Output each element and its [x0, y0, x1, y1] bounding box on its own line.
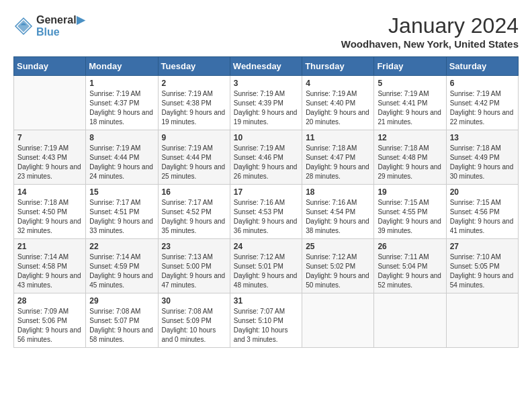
day-number: 20	[450, 187, 515, 197]
calendar-cell: 11Sunrise: 7:18 AMSunset: 4:47 PMDayligh…	[302, 130, 374, 185]
day-info: Sunrise: 7:18 AMSunset: 4:48 PMDaylight:…	[378, 144, 442, 181]
weekday-header-friday: Friday	[374, 57, 446, 76]
day-number: 14	[17, 187, 82, 197]
day-number: 2	[162, 79, 226, 88]
day-info: Sunrise: 7:07 AMSunset: 5:10 PMDaylight:…	[234, 307, 298, 345]
day-number: 19	[378, 187, 442, 197]
day-info: Sunrise: 7:09 AMSunset: 5:06 PMDaylight:…	[17, 307, 82, 345]
calendar-cell: 15Sunrise: 7:17 AMSunset: 4:51 PMDayligh…	[86, 185, 158, 239]
calendar-cell	[446, 293, 518, 348]
calendar-cell: 31Sunrise: 7:07 AMSunset: 5:10 PMDayligh…	[230, 293, 302, 348]
weekday-header-row: SundayMondayTuesdayWednesdayThursdayFrid…	[14, 57, 519, 76]
calendar-cell: 12Sunrise: 7:18 AMSunset: 4:48 PMDayligh…	[374, 130, 446, 185]
week-row-3: 14Sunrise: 7:18 AMSunset: 4:50 PMDayligh…	[14, 185, 519, 239]
calendar-cell: 22Sunrise: 7:14 AMSunset: 4:59 PMDayligh…	[86, 239, 158, 293]
day-number: 28	[17, 296, 82, 306]
day-number: 9	[162, 133, 226, 142]
day-info: Sunrise: 7:15 AMSunset: 4:56 PMDaylight:…	[450, 198, 515, 236]
day-number: 25	[306, 242, 370, 251]
calendar-cell: 4Sunrise: 7:19 AMSunset: 4:40 PMDaylight…	[302, 76, 374, 130]
day-info: Sunrise: 7:19 AMSunset: 4:46 PMDaylight:…	[234, 144, 298, 181]
day-info: Sunrise: 7:19 AMSunset: 4:38 PMDaylight:…	[162, 89, 226, 127]
calendar-cell	[14, 76, 86, 130]
calendar-cell	[302, 293, 374, 348]
calendar-cell: 16Sunrise: 7:17 AMSunset: 4:52 PMDayligh…	[158, 185, 230, 239]
day-number: 16	[162, 187, 226, 197]
day-number: 15	[89, 187, 154, 197]
day-info: Sunrise: 7:18 AMSunset: 4:47 PMDaylight:…	[306, 144, 370, 181]
title-block: January 2024 Woodhaven, New York, United…	[341, 13, 519, 50]
day-info: Sunrise: 7:19 AMSunset: 4:40 PMDaylight:…	[306, 89, 370, 127]
day-number: 11	[306, 133, 370, 142]
day-info: Sunrise: 7:16 AMSunset: 4:54 PMDaylight:…	[306, 198, 370, 236]
week-row-4: 21Sunrise: 7:14 AMSunset: 4:58 PMDayligh…	[14, 239, 519, 293]
day-number: 5	[378, 79, 442, 88]
calendar-cell: 5Sunrise: 7:19 AMSunset: 4:41 PMDaylight…	[374, 76, 446, 130]
logo-text: General▶ Blue	[36, 13, 85, 38]
calendar-cell: 1Sunrise: 7:19 AMSunset: 4:37 PMDaylight…	[86, 76, 158, 130]
calendar-cell: 2Sunrise: 7:19 AMSunset: 4:38 PMDaylight…	[158, 76, 230, 130]
calendar-cell: 17Sunrise: 7:16 AMSunset: 4:53 PMDayligh…	[230, 185, 302, 239]
weekday-header-thursday: Thursday	[302, 57, 374, 76]
day-number: 13	[450, 133, 515, 142]
day-info: Sunrise: 7:08 AMSunset: 5:09 PMDaylight:…	[162, 307, 226, 345]
calendar-cell: 21Sunrise: 7:14 AMSunset: 4:58 PMDayligh…	[14, 239, 86, 293]
day-number: 30	[162, 296, 226, 306]
day-info: Sunrise: 7:19 AMSunset: 4:44 PMDaylight:…	[89, 144, 154, 181]
day-info: Sunrise: 7:19 AMSunset: 4:41 PMDaylight:…	[378, 89, 442, 127]
day-number: 7	[17, 133, 82, 142]
calendar-table: SundayMondayTuesdayWednesdayThursdayFrid…	[13, 56, 519, 348]
weekday-header-sunday: Sunday	[14, 57, 86, 76]
page-header: General▶ Blue January 2024 Woodhaven, Ne…	[13, 13, 519, 50]
calendar-cell: 7Sunrise: 7:19 AMSunset: 4:43 PMDaylight…	[14, 130, 86, 185]
calendar-cell: 13Sunrise: 7:18 AMSunset: 4:49 PMDayligh…	[446, 130, 518, 185]
day-number: 10	[234, 133, 298, 142]
calendar-cell	[374, 293, 446, 348]
calendar-cell: 20Sunrise: 7:15 AMSunset: 4:56 PMDayligh…	[446, 185, 518, 239]
calendar-cell: 29Sunrise: 7:08 AMSunset: 5:07 PMDayligh…	[86, 293, 158, 348]
day-info: Sunrise: 7:15 AMSunset: 4:55 PMDaylight:…	[378, 198, 442, 236]
weekday-header-tuesday: Tuesday	[158, 57, 230, 76]
day-number: 3	[234, 79, 298, 88]
day-number: 8	[89, 133, 154, 142]
calendar-cell: 3Sunrise: 7:19 AMSunset: 4:39 PMDaylight…	[230, 76, 302, 130]
day-number: 21	[17, 242, 82, 251]
calendar-cell: 18Sunrise: 7:16 AMSunset: 4:54 PMDayligh…	[302, 185, 374, 239]
calendar-cell: 23Sunrise: 7:13 AMSunset: 5:00 PMDayligh…	[158, 239, 230, 293]
calendar-cell: 24Sunrise: 7:12 AMSunset: 5:01 PMDayligh…	[230, 239, 302, 293]
weekday-header-saturday: Saturday	[446, 57, 518, 76]
day-info: Sunrise: 7:14 AMSunset: 4:58 PMDaylight:…	[17, 253, 82, 290]
day-number: 17	[234, 187, 298, 197]
month-title: January 2024	[341, 13, 519, 38]
day-number: 4	[306, 79, 370, 88]
logo-icon	[13, 16, 34, 36]
day-info: Sunrise: 7:19 AMSunset: 4:39 PMDaylight:…	[234, 89, 298, 127]
day-info: Sunrise: 7:14 AMSunset: 4:59 PMDaylight:…	[89, 253, 154, 290]
day-number: 1	[89, 79, 154, 88]
day-info: Sunrise: 7:19 AMSunset: 4:44 PMDaylight:…	[162, 144, 226, 181]
day-info: Sunrise: 7:17 AMSunset: 4:51 PMDaylight:…	[89, 198, 154, 236]
logo: General▶ Blue	[13, 13, 85, 38]
day-number: 27	[450, 242, 515, 251]
day-info: Sunrise: 7:18 AMSunset: 4:50 PMDaylight:…	[17, 198, 82, 236]
day-info: Sunrise: 7:10 AMSunset: 5:05 PMDaylight:…	[450, 253, 515, 290]
week-row-5: 28Sunrise: 7:09 AMSunset: 5:06 PMDayligh…	[14, 293, 519, 348]
location: Woodhaven, New York, United States	[341, 38, 519, 50]
weekday-header-monday: Monday	[86, 57, 158, 76]
calendar-cell: 30Sunrise: 7:08 AMSunset: 5:09 PMDayligh…	[158, 293, 230, 348]
calendar-cell: 9Sunrise: 7:19 AMSunset: 4:44 PMDaylight…	[158, 130, 230, 185]
calendar-cell: 6Sunrise: 7:19 AMSunset: 4:42 PMDaylight…	[446, 76, 518, 130]
calendar-cell: 28Sunrise: 7:09 AMSunset: 5:06 PMDayligh…	[14, 293, 86, 348]
day-info: Sunrise: 7:11 AMSunset: 5:04 PMDaylight:…	[378, 253, 442, 290]
day-number: 23	[162, 242, 226, 251]
day-info: Sunrise: 7:16 AMSunset: 4:53 PMDaylight:…	[234, 198, 298, 236]
calendar-cell: 25Sunrise: 7:12 AMSunset: 5:02 PMDayligh…	[302, 239, 374, 293]
calendar-cell: 14Sunrise: 7:18 AMSunset: 4:50 PMDayligh…	[14, 185, 86, 239]
week-row-1: 1Sunrise: 7:19 AMSunset: 4:37 PMDaylight…	[14, 76, 519, 130]
calendar-cell: 19Sunrise: 7:15 AMSunset: 4:55 PMDayligh…	[374, 185, 446, 239]
day-number: 22	[89, 242, 154, 251]
day-info: Sunrise: 7:12 AMSunset: 5:01 PMDaylight:…	[234, 253, 298, 290]
day-info: Sunrise: 7:18 AMSunset: 4:49 PMDaylight:…	[450, 144, 515, 181]
day-info: Sunrise: 7:17 AMSunset: 4:52 PMDaylight:…	[162, 198, 226, 236]
day-number: 12	[378, 133, 442, 142]
